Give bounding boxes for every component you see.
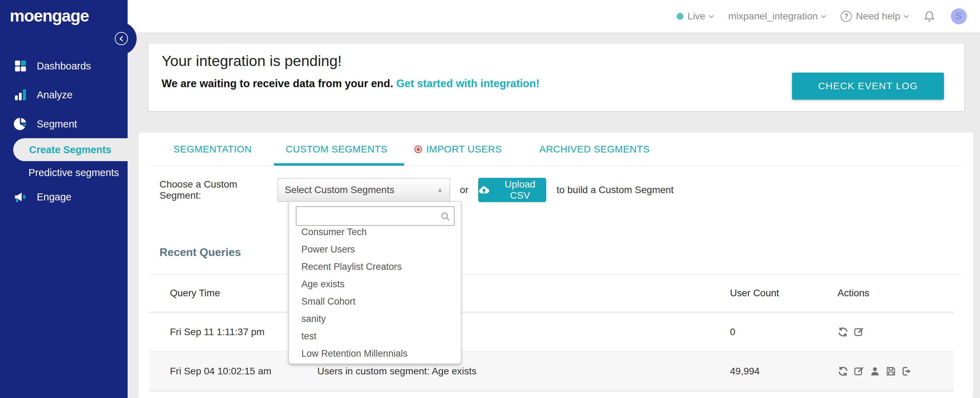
app-selector[interactable]: mixpanel_integration (728, 11, 825, 22)
list-item[interactable]: Recent Playlist Creators (289, 258, 461, 275)
segment-options-list: Consumer Tech Power Users Recent Playlis… (289, 223, 461, 362)
row-actions (837, 366, 954, 377)
dashboards-icon (13, 59, 28, 73)
list-item[interactable]: Low Retention Millennials (289, 345, 461, 362)
need-help-menu[interactable]: ? Need help (841, 11, 908, 22)
sidebar-item-predictive-segments[interactable]: Predictive segments (29, 161, 119, 184)
active-tab-underline (274, 163, 404, 166)
sidebar-item-label: Create Segments (29, 144, 111, 156)
list-item[interactable]: Consumer Tech (289, 223, 461, 241)
tab-import-users-label: IMPORT USERS (426, 144, 502, 155)
list-item[interactable]: Small Cohort (289, 293, 461, 310)
table-header-row: Query Time User Count Actions (149, 274, 954, 313)
edit-icon[interactable] (853, 326, 864, 337)
recent-queries-table: Query Time User Count Actions Fri Sep 11… (149, 274, 954, 392)
custom-segment-select[interactable]: Select Custom Segments ▲ (277, 178, 450, 202)
user-count: 0 (730, 326, 837, 337)
list-item[interactable]: Power Users (289, 241, 461, 258)
list-item[interactable]: test (289, 328, 461, 345)
moengage-logo: moengage (10, 6, 89, 26)
avatar[interactable]: S (951, 8, 967, 24)
sidebar-item-label: Predictive segments (29, 167, 119, 179)
choose-segment-label: Choose a Custom Segment: (159, 179, 277, 201)
tab-segmentation[interactable]: SEGMENTATION (173, 144, 252, 155)
list-item[interactable]: Age exists (289, 275, 461, 293)
recent-queries-title: Recent Queries (159, 246, 241, 259)
chevron-down-icon (821, 13, 826, 18)
select-value: Select Custom Segments (285, 184, 394, 195)
upload-csv-button[interactable]: Upload CSV (478, 178, 546, 202)
need-help-label: Need help (856, 11, 900, 22)
sidebar: moengage Dashboards Analyze (0, 0, 127, 398)
chevron-up-icon: ▲ (437, 187, 443, 193)
red-dot-icon (414, 145, 422, 153)
divider (149, 166, 963, 166)
integration-banner: Your integration is pending! We are wait… (148, 43, 964, 111)
get-started-link[interactable]: Get started with integration! (396, 77, 539, 90)
sidebar-item-analyze[interactable]: Analyze (0, 80, 127, 109)
segment-icon (13, 117, 28, 131)
chevron-left-icon (119, 36, 125, 42)
chevron-down-icon (904, 13, 908, 18)
list-item[interactable]: sanity (289, 310, 461, 328)
sidebar-collapse-button[interactable] (115, 32, 128, 45)
refresh-icon[interactable] (837, 366, 849, 377)
sidebar-item-create-segments[interactable]: Create Segments (13, 138, 127, 161)
banner-message: We are waiting to receive data from your… (162, 77, 539, 90)
tab-custom-segments[interactable]: CUSTOM SEGMENTS (286, 144, 387, 155)
chevron-down-icon (709, 13, 714, 18)
query-text: Users in custom segment: Age exists (317, 366, 730, 377)
save-icon[interactable] (885, 366, 896, 377)
analyze-icon (13, 88, 28, 102)
upload-csv-label: Upload CSV (494, 179, 546, 201)
export-icon[interactable] (901, 366, 912, 377)
tab-import-users[interactable]: IMPORT USERS (414, 144, 502, 155)
col-user-count: User Count (730, 288, 837, 299)
banner-message-text: We are waiting to receive data from your… (162, 77, 396, 90)
table-row: Fri Sep 04 10:02:15 am Users in custom s… (149, 352, 954, 392)
sidebar-item-label: Segment (37, 118, 77, 130)
sidebar-item-label: Dashboards (37, 61, 91, 72)
row-actions (837, 326, 954, 337)
bell-icon[interactable] (923, 10, 935, 22)
custom-segment-controls: Choose a Custom Segment: Select Custom S… (159, 178, 674, 202)
table-row: Fri Sep 11 1:11:37 pm 0 (149, 313, 954, 352)
app-name-label: mixpanel_integration (728, 11, 818, 22)
cloud-upload-icon (478, 184, 490, 196)
or-label: or (460, 184, 468, 195)
user-icon[interactable] (869, 366, 880, 377)
avatar-initial: S (956, 11, 962, 22)
moengage-app: Live mixpanel_integration ? Need help S … (0, 0, 980, 398)
sidebar-item-segment[interactable]: Segment (0, 109, 127, 139)
col-actions: Actions (837, 288, 954, 299)
segments-card: SEGMENTATION CUSTOM SEGMENTS IMPORT USER… (139, 133, 973, 398)
user-count: 49,994 (730, 366, 837, 377)
environment-label: Live (688, 11, 705, 22)
engage-icon (13, 190, 28, 204)
sidebar-item-label: Analyze (37, 89, 73, 101)
live-status-dot (676, 13, 684, 20)
tab-bar: SEGMENTATION CUSTOM SEGMENTS IMPORT USER… (173, 133, 649, 166)
banner-title: Your integration is pending! (162, 53, 342, 69)
edit-icon[interactable] (853, 366, 864, 377)
segment-search (296, 206, 455, 226)
search-icon (440, 211, 450, 222)
custom-segment-dropdown: Consumer Tech Power Users Recent Playlis… (288, 201, 461, 364)
topbar: Live mixpanel_integration ? Need help S (127, 0, 980, 33)
query-time: Fri Sep 04 10:02:15 am (170, 366, 317, 377)
sidebar-item-engage[interactable]: Engage (0, 182, 127, 211)
environment-selector[interactable]: Live (676, 11, 713, 22)
tab-archived-segments[interactable]: ARCHIVED SEGMENTS (539, 144, 649, 155)
question-circle-icon: ? (841, 11, 852, 22)
sidebar-item-label: Engage (37, 191, 72, 203)
segment-search-input[interactable] (296, 207, 454, 225)
build-segment-label: to build a Custom Segment (557, 184, 674, 195)
sidebar-item-dashboards[interactable]: Dashboards (0, 51, 127, 81)
refresh-icon[interactable] (837, 326, 849, 337)
check-event-log-button[interactable]: CHECK EVENT LOG (792, 73, 944, 100)
